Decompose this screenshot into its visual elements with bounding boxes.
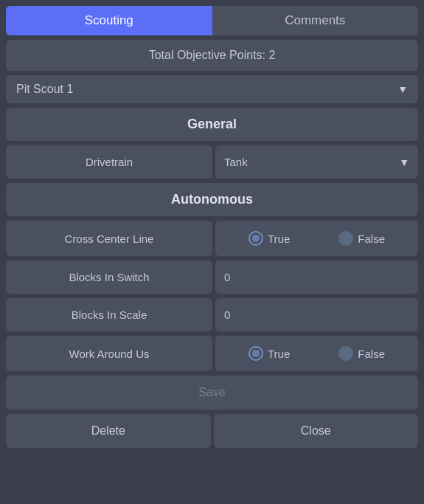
autonomous-header-text: Autonomous [171,192,253,207]
drivetrain-dropdown[interactable]: Tank ▼ [215,145,418,179]
general-header-text: General [187,117,237,131]
app-container: Scouting Comments Total Objective Points… [0,0,424,504]
bottom-buttons: Delete Close [6,414,418,448]
delete-label: Delete [91,424,125,437]
work-around-us-false-radio[interactable] [338,346,353,361]
cross-center-line-false-label: False [358,232,385,245]
work-around-us-row: Work Around Us True False [6,336,418,371]
work-around-us-value: True False [215,336,418,371]
cross-center-line-value: True False [215,221,418,256]
total-objective-points: Total Objective Points: 2 [6,40,418,71]
pit-scout-arrow-icon: ▼ [397,83,408,95]
tab-comments-label: Comments [285,13,345,27]
cross-center-line-true-label: True [268,232,290,245]
blocks-in-scale-row: Blocks In Scale 0 [6,298,418,331]
drivetrain-value: Tank [224,156,248,168]
blocks-in-switch-value: 0 [215,260,418,294]
blocks-in-scale-number: 0 [224,308,230,321]
delete-button[interactable]: Delete [6,414,211,448]
tab-scouting[interactable]: Scouting [6,6,212,35]
drivetrain-row: Drivetrain Tank ▼ [6,145,418,179]
total-points-text: Total Objective Points: 2 [149,49,276,61]
close-label: Close [301,424,331,437]
work-around-us-false[interactable]: False [338,346,385,361]
work-around-us-false-label: False [358,348,385,360]
pit-scout-label: Pit Scout 1 [16,83,73,96]
drivetrain-label: Drivetrain [6,145,212,179]
tab-scouting-label: Scouting [85,13,133,27]
work-around-us-true-radio[interactable] [249,346,263,361]
cross-center-line-false-radio[interactable] [338,231,353,246]
tab-comments[interactable]: Comments [212,6,419,35]
cross-center-line-row: Cross Center Line True False [6,221,418,256]
work-around-us-true-label: True [268,348,290,360]
blocks-in-scale-label: Blocks In Scale [6,298,212,331]
blocks-in-switch-row: Blocks In Switch 0 [6,260,418,294]
blocks-in-switch-number: 0 [224,271,230,283]
save-label: Save [198,386,225,398]
cross-center-line-true-radio[interactable] [249,231,263,246]
drivetrain-arrow-icon: ▼ [399,156,409,168]
tab-bar: Scouting Comments [6,6,418,35]
cross-center-line-false[interactable]: False [338,231,385,246]
work-around-us-label: Work Around Us [6,336,212,371]
cross-center-line-true[interactable]: True [249,231,290,246]
blocks-in-scale-value: 0 [215,298,418,331]
save-button[interactable]: Save [6,376,418,410]
close-button[interactable]: Close [214,414,419,448]
work-around-us-true[interactable]: True [249,346,290,361]
cross-center-line-label: Cross Center Line [6,221,212,256]
autonomous-section-header: Autonomous [6,183,418,216]
pit-scout-dropdown[interactable]: Pit Scout 1 ▼ [6,75,418,103]
blocks-in-switch-label: Blocks In Switch [6,260,212,294]
general-section-header: General [6,108,418,141]
